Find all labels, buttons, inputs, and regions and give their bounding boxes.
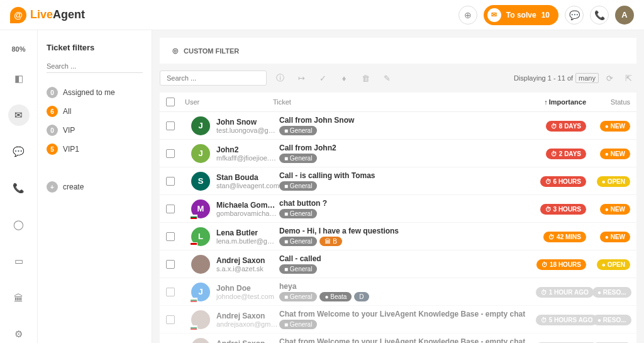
search-input[interactable] <box>160 70 267 86</box>
user-name: John2 <box>216 145 279 154</box>
user-block: Lena Butler lena.m.butler@gmail.c... <box>216 228 279 245</box>
brand-text-live: Live <box>30 8 53 21</box>
user-name: Michaela Gombarova <box>216 201 279 210</box>
building-icon[interactable]: 🏛 <box>8 287 30 308</box>
filter-search-input[interactable] <box>47 60 143 73</box>
row-checkbox[interactable] <box>166 260 175 269</box>
transfer-icon[interactable]: ↦ <box>293 70 309 86</box>
filter-badge: 0 <box>47 125 58 136</box>
user-email: stan@liveagent.com <box>216 182 279 189</box>
avatar <box>191 338 210 344</box>
filter-item[interactable]: 6All <box>47 102 143 121</box>
user-name: John Snow <box>216 118 279 127</box>
user-email: johndoe@test.com <box>216 293 279 300</box>
ticket-subject: Call from John Snow <box>279 116 536 125</box>
create-filter[interactable]: + create <box>47 177 143 196</box>
reload-icon[interactable]: ⟳ <box>601 70 618 86</box>
refresh-icon[interactable]: ◯ <box>8 214 30 235</box>
filter-badge: 6 <box>47 106 58 117</box>
sidebar: Ticket filters 0Assigned to me6All0VIP5V… <box>38 30 152 343</box>
mail-icon: ✉ <box>487 8 501 22</box>
ticket-block: chat button ? ■ General <box>279 199 536 218</box>
table-row[interactable]: L Lena Butler lena.m.butler@gmail.c... D… <box>160 223 636 250</box>
tickets-icon[interactable]: ✉ <box>8 104 30 126</box>
avatar: J <box>191 283 210 301</box>
row-checkbox[interactable] <box>166 121 175 130</box>
importance-pill: ⏱ 2 DAYS <box>546 149 586 159</box>
to-solve-button[interactable]: ✉ To solve 10 <box>484 5 558 25</box>
row-checkbox[interactable] <box>166 288 175 296</box>
info-icon[interactable]: ⓘ <box>272 70 288 86</box>
header-user[interactable]: User <box>185 98 273 106</box>
ticket-subject: Call from John2 <box>279 143 536 152</box>
table-row[interactable]: M Michaela Gombarova gombarovamichaela1.… <box>160 195 636 223</box>
spam-icon[interactable]: ♦ <box>336 70 352 86</box>
user-avatar[interactable]: A <box>615 6 634 25</box>
filter-item[interactable]: 0VIP <box>47 121 143 140</box>
many-dropdown[interactable]: many <box>575 73 599 83</box>
row-checkbox[interactable] <box>166 205 175 213</box>
row-checkbox[interactable] <box>166 149 175 158</box>
dashboard-icon[interactable]: ◧ <box>8 68 30 89</box>
calls-icon[interactable]: 📞 <box>8 177 30 199</box>
add-button[interactable]: ⊕ <box>458 6 477 25</box>
status-pill: ● OPEN <box>597 176 630 187</box>
filter-badge: 0 <box>47 87 58 98</box>
filter-label: Assigned to me <box>63 88 115 97</box>
filter-label: VIP1 <box>63 145 79 154</box>
avatar: M <box>191 200 210 218</box>
chat-top-icon[interactable]: 💬 <box>565 6 584 25</box>
chats-icon[interactable]: 💬 <box>8 141 30 162</box>
ticket-subject: Call - is calling with Tomas <box>279 171 536 180</box>
custom-filter-bar[interactable]: ◎ CUSTOM FILTER <box>160 38 636 64</box>
topbar: @ LiveAgent ⊕ ✉ To solve 10 💬 📞 A <box>0 0 644 30</box>
sidebar-title: Ticket filters <box>47 43 143 52</box>
edit-icon[interactable]: ✎ <box>379 70 395 86</box>
row-checkbox[interactable] <box>166 315 175 324</box>
delete-icon[interactable]: 🗑 <box>357 70 374 86</box>
status-pill: ● NEW <box>600 232 630 242</box>
brand-logo[interactable]: @ LiveAgent <box>10 7 85 23</box>
table-row[interactable]: J John Doe johndoe@test.com heya ■ Gener… <box>160 278 636 306</box>
export-icon[interactable]: ⇱ <box>620 70 636 86</box>
filter-item[interactable]: 5VIP1 <box>47 140 143 159</box>
user-block: Michaela Gombarova gombarovamichaela1... <box>216 201 279 217</box>
status-pill: ● NEW <box>600 121 630 132</box>
header-status[interactable]: Status <box>592 98 630 106</box>
main-content: ◎ CUSTOM FILTER ⓘ ↦ ✓ ♦ 🗑 ✎ Displaying 1… <box>152 30 644 343</box>
user-block: Andrej Saxon s.a.x.i@azet.sk <box>216 256 279 273</box>
table-row[interactable]: S Stan Bouda stan@liveagent.com Call - i… <box>160 167 636 195</box>
avatar: L <box>191 227 210 246</box>
ticket-block: Call - called ■ General <box>279 254 536 274</box>
table-row[interactable]: Andrej Saxon andrejsaxon@gmail.c... Chat… <box>160 334 636 343</box>
brand-text-agent: Agent <box>53 8 85 21</box>
ticket-block: heya ■ General● Beata D <box>279 282 536 301</box>
avatar: J <box>191 116 210 135</box>
header-importance[interactable]: Importance <box>536 98 586 106</box>
ticket-subject: chat button ? <box>279 199 536 208</box>
phone-top-icon[interactable]: 📞 <box>590 6 609 25</box>
table-row[interactable]: J John2 mfkaflf@jfioejioe.sofds Call fro… <box>160 140 636 167</box>
user-email: andrejsaxon@gmail.c... <box>216 320 279 328</box>
flag-icon <box>190 325 197 330</box>
header-ticket[interactable]: Ticket <box>273 98 536 106</box>
row-checkbox[interactable] <box>166 232 175 241</box>
user-email: lena.m.butler@gmail.c... <box>216 237 279 245</box>
select-all-checkbox[interactable] <box>166 98 175 106</box>
tag: ■ General <box>279 320 317 329</box>
resolve-icon[interactable]: ✓ <box>314 70 331 86</box>
ticket-block: Chat from Welcome to your LiveAgent Know… <box>279 310 536 329</box>
table-row[interactable]: J John Snow test.luongova@gmail... Call … <box>160 112 636 140</box>
user-block: John Doe johndoe@test.com <box>216 284 279 300</box>
table-row[interactable]: Andrej Saxon s.a.x.i@azet.sk Call - call… <box>160 250 636 278</box>
filter-item[interactable]: 0Assigned to me <box>47 83 143 102</box>
row-checkbox[interactable] <box>166 177 175 186</box>
importance-pill: ⏱ 18 HOURS <box>536 259 586 270</box>
ticket-list: J John Snow test.luongova@gmail... Call … <box>160 112 636 343</box>
table-row[interactable]: Andrej Saxon andrejsaxon@gmail.c... Chat… <box>160 306 636 334</box>
settings-icon[interactable]: ⚙ <box>8 323 30 343</box>
importance-pill: ⏱ 6 HOURS <box>540 176 586 187</box>
contacts-icon[interactable]: ▭ <box>8 250 30 272</box>
status-pill: ● OPEN <box>597 259 630 270</box>
importance-pill: ⏱ 1 HOUR AGO <box>536 287 594 298</box>
